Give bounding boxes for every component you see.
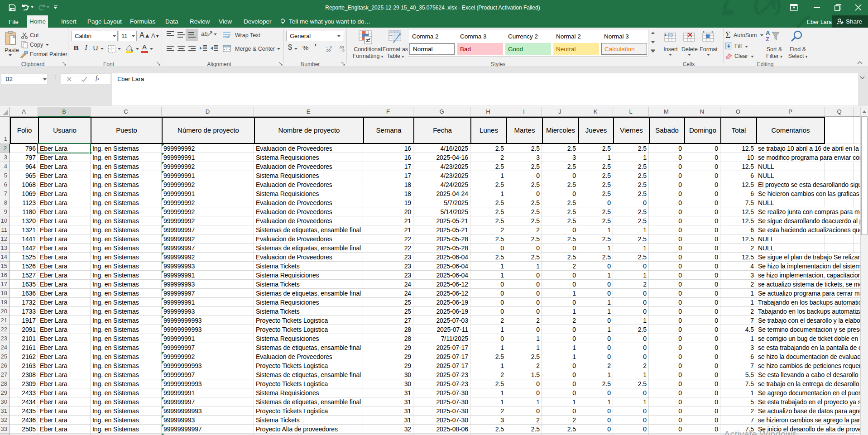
svg-text:→.0: →.0 (338, 48, 345, 52)
svg-text:.00: .00 (326, 48, 331, 52)
